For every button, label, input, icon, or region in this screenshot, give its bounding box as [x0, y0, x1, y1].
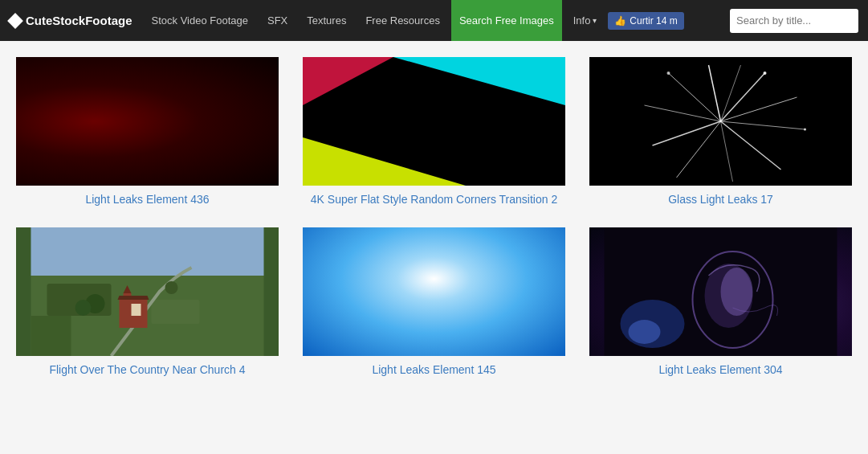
- svg-rect-23: [152, 300, 200, 324]
- grid-item-light-leaks-145[interactable]: Light Leaks Element 145: [303, 227, 565, 378]
- thumbnail-light-leaks-145: [303, 227, 565, 356]
- svg-rect-32: [132, 304, 141, 316]
- grid-item-4k-corners[interactable]: 4K Super Flat Style Random Corners Trans…: [303, 57, 565, 208]
- svg-point-19: [667, 72, 670, 75]
- item-title-light-leaks-304: Light Leaks Element 304: [658, 362, 782, 378]
- search-input[interactable]: [730, 9, 858, 33]
- grid-item-glass-leaks[interactable]: Glass Light Leaks 17: [589, 57, 852, 208]
- grid-item-light-leaks-436[interactable]: Light Leaks Element 436: [16, 57, 279, 208]
- thumbnail-light-leaks-304: [589, 227, 852, 356]
- svg-rect-20: [31, 227, 264, 276]
- thumbnail-4k-corners: [303, 57, 565, 186]
- grid-item-light-leaks-304[interactable]: Light Leaks Element 304: [589, 227, 852, 378]
- item-title-light-leaks-145: Light Leaks Element 145: [372, 362, 495, 378]
- thumbnail-glass-leaks: [589, 57, 852, 186]
- grid-item-flight-church[interactable]: Flight Over The Country Near Church 4: [16, 227, 279, 378]
- logo-diamond-icon: [7, 13, 23, 29]
- fb-icon: 👍: [614, 15, 626, 27]
- item-title-4k-corners: 4K Super Flat Style Random Corners Trans…: [311, 192, 557, 208]
- navbar: CuteStockFootage Stock Video Footage SFX…: [0, 0, 868, 41]
- svg-marker-28: [118, 296, 149, 300]
- nav-info[interactable]: Info ▾: [565, 0, 605, 41]
- site-logo[interactable]: CuteStockFootage: [10, 14, 132, 27]
- thumbnail-light-leaks-436: [16, 57, 279, 186]
- item-title-glass-leaks: Glass Light Leaks 17: [668, 192, 773, 208]
- item-title-light-leaks-436: Light Leaks Element 436: [85, 192, 209, 208]
- svg-point-36: [721, 268, 753, 316]
- svg-point-38: [629, 320, 661, 344]
- svg-point-17: [764, 72, 767, 75]
- item-title-flight-church: Flight Over The Country Near Church 4: [49, 362, 245, 378]
- nav-sfx[interactable]: SFX: [259, 0, 295, 41]
- thumbnail-flight-church: [16, 227, 279, 356]
- facebook-like-button[interactable]: 👍 Curtir 14 m: [608, 12, 683, 30]
- svg-point-31: [165, 281, 178, 294]
- image-grid: Light Leaks Element 436 4K Super Flat: [0, 57, 868, 378]
- logo-text: CuteStockFootage: [26, 14, 132, 27]
- svg-rect-24: [31, 316, 71, 356]
- svg-point-18: [804, 129, 806, 131]
- nav-search-free-images[interactable]: Search Free Images: [451, 0, 562, 41]
- chevron-down-icon: ▾: [593, 16, 597, 25]
- svg-point-30: [75, 300, 92, 316]
- nav-free-resources[interactable]: Free Resources: [357, 0, 447, 41]
- nav-stock-video[interactable]: Stock Video Footage: [144, 0, 256, 41]
- nav-textures[interactable]: Textures: [299, 0, 354, 41]
